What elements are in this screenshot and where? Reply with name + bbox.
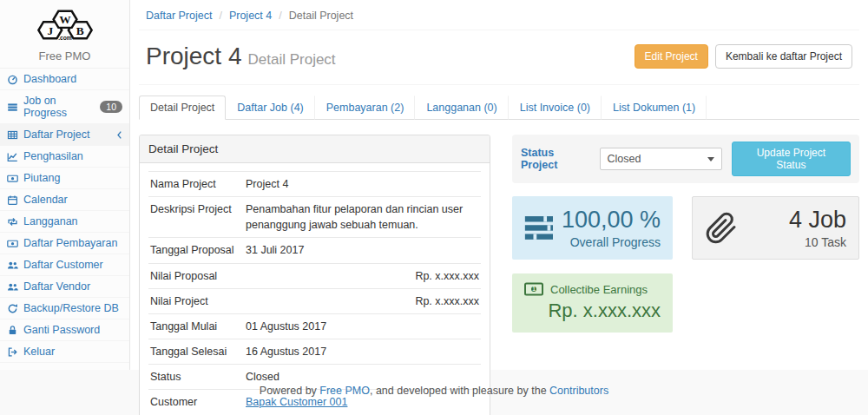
lock-icon [7,325,18,336]
job-count-badge: 10 [100,101,122,114]
app-page: J W B .com Free PMO Dashboard Job on Pro… [0,0,868,415]
sign-out-icon [7,346,18,358]
detail-row-label: Status [148,365,244,390]
footer-free-pmo-link[interactable]: Free PMO [319,385,370,397]
edit-project-button[interactable]: Edit Project [635,44,708,69]
job-count-value: 4 Job [738,207,846,234]
svg-text:W: W [59,13,71,26]
customer-link[interactable]: Bapak Customer 001 [246,396,347,408]
earnings-value: Rp. x.xxx.xxx [524,300,661,322]
paperclip-icon [705,211,738,246]
detail-row-label: Tanggal Mulai [148,313,244,339]
breadcrumb: Daftar Project Project 4 Detail Project [139,0,859,30]
svg-text:B: B [76,24,83,37]
money-icon [7,173,18,184]
page-title: Project 4 [146,43,242,69]
sidebar-item-daftar-project[interactable]: Daftar Project [0,124,129,146]
calendar-icon [7,194,18,206]
brand-logo[interactable]: J W B .com Free PMO [0,0,129,69]
sidebar-item-backup-restore[interactable]: Backup/Restore DB [0,298,129,319]
detail-row-label: Nilai Project [148,288,244,313]
sidebar-item-calendar[interactable]: Calendar [0,189,129,211]
status-select[interactable]: Closed [600,148,722,170]
jwb-logo-icon: J W B .com [23,6,107,44]
tab-pembayaran[interactable]: Pembayaran (2) [315,96,416,120]
table-row: Tanggal Proposal31 Juli 2017 [148,238,481,263]
back-to-list-button[interactable]: Kembali ke daftar Project [715,44,852,69]
tab-list-dokumen[interactable]: List Dokumen (1) [602,96,707,120]
breadcrumb-project-4[interactable]: Project 4 [229,10,272,22]
footer-text: Powered by [260,385,319,397]
detail-project-panel: Detail Project Nama ProjectProject 4 Des… [139,135,490,415]
sidebar-item-label: Calendar [23,194,68,206]
page-subtitle: Detail Project [248,51,336,68]
sidebar-item-label: Langganan [23,215,78,227]
detail-row-value: Rp. x.xxx.xxx [244,288,481,313]
detail-row-value: 31 Juli 2017 [244,238,481,263]
overall-progress-box: 100,00 % Overall Progress [512,196,673,260]
refresh-icon [7,303,18,314]
dashboard-icon [7,74,18,85]
breadcrumb-current: Detail Project [272,10,353,22]
svg-text:1: 1 [532,286,536,292]
bars-icon [7,102,18,113]
sidebar-item-label: Dashboard [23,73,76,85]
status-project-form: Status Project Closed Update Project Sta… [512,135,859,183]
caret-down-icon [707,157,714,161]
table-icon [7,129,18,141]
main-content: Daftar Project Project 4 Detail Project … [130,0,868,370]
chevron-left-icon [116,130,122,140]
breadcrumb-daftar-project[interactable]: Daftar Project [146,10,212,22]
svg-text:J: J [47,24,53,37]
sidebar-item-dashboard[interactable]: Dashboard [0,69,129,90]
tab-bar: Detail Project Daftar Job (4) Pembayaran… [139,96,859,120]
detail-row-label: Customer [148,390,244,415]
table-row: Tanggal Mulai01 Agustus 2017 [148,313,481,339]
sidebar-item-job-on-progress[interactable]: Job on Progress 10 [0,90,129,124]
tasks-icon [524,215,556,241]
sidebar-item-label: Daftar Vendor [23,280,90,293]
tab-list-invoice[interactable]: List Invoice (0) [509,96,602,120]
update-status-button[interactable]: Update Project Status [732,142,851,176]
tab-detail-project[interactable]: Detail Project [139,96,226,120]
sidebar-item-label: Keluar [23,346,55,358]
job-count-box: 4 Job 10 Task [692,196,859,260]
money-icon [7,238,18,249]
footer-text: , and developed with pleasure by the [370,385,549,397]
detail-row-value: Rp. x.xxx.xxx [244,263,481,288]
tab-langganan[interactable]: Langganan (0) [415,96,508,120]
sidebar-item-daftar-pembayaran[interactable]: Daftar Pembayaran [0,233,129,254]
table-row: Nilai ProjectRp. x.xxx.xxx [148,288,481,313]
detail-row-value: Penambahan fitur pelaporan dan rincian u… [244,197,481,238]
sidebar-item-label: Daftar Customer [23,259,103,271]
sidebar-item-daftar-vendor[interactable]: Daftar Vendor [0,276,129,298]
status-project-label: Status Project [521,147,592,171]
sidebar-item-daftar-customer[interactable]: Daftar Customer [0,254,129,276]
sidebar-item-label: Piutang [23,172,60,184]
svg-text:.com: .com [58,35,72,41]
sidebar: J W B .com Free PMO Dashboard Job on Pro… [0,0,130,370]
sidebar-item-langganan[interactable]: Langganan [0,211,129,233]
sidebar-item-penghasilan[interactable]: Penghasilan [0,146,129,168]
sidebar-item-label: Daftar Project [23,128,89,141]
detail-row-label: Tanggal Proposal [148,238,244,263]
banknote-icon: 1 [524,282,543,296]
detail-row-label: Nilai Proposal [148,263,244,288]
sidebar-item-ganti-password[interactable]: Ganti Password [0,319,129,341]
sidebar-item-piutang[interactable]: Piutang [0,168,129,189]
page-title-block: Project 4Detail Project [146,43,336,70]
table-row: Nilai ProposalRp. x.xxx.xxx [148,263,481,288]
sidebar-item-label: Penghasilan [23,150,83,162]
table-row: Nama ProjectProject 4 [148,172,481,197]
detail-row-value: 16 Agustus 2017 [244,339,481,364]
status-select-value: Closed [608,153,641,165]
footer-contributors-link[interactable]: Contributors [549,385,608,397]
detail-row-label: Nama Project [148,172,244,197]
users-icon [7,260,18,271]
panel-title: Detail Project [140,135,490,163]
detail-row-label: Tanggal Selesai [148,339,244,364]
sidebar-menu: Dashboard Job on Progress 10 Daftar Proj… [0,69,129,363]
tab-daftar-job[interactable]: Daftar Job (4) [226,96,314,120]
sidebar-item-keluar[interactable]: Keluar [0,341,129,363]
task-count-caption: 10 Task [738,235,846,249]
